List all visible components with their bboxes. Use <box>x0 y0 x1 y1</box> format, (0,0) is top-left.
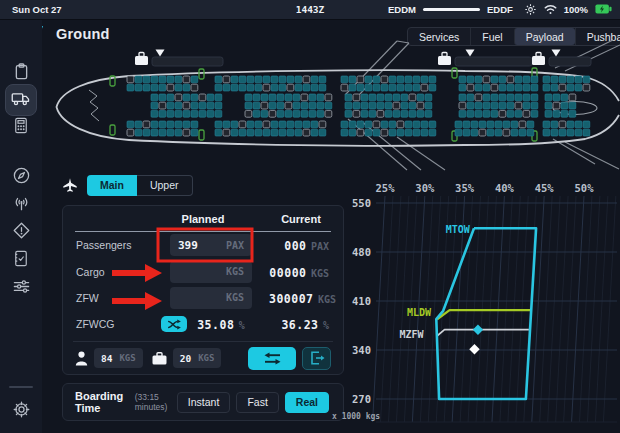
seat-occupied[interactable] <box>183 76 190 83</box>
seat[interactable] <box>459 94 466 101</box>
seat[interactable] <box>459 84 466 91</box>
seat[interactable] <box>357 84 364 91</box>
seat[interactable] <box>183 121 190 128</box>
seat[interactable] <box>361 94 368 101</box>
seat[interactable] <box>467 94 474 101</box>
sidebar-item-settings[interactable] <box>5 395 37 427</box>
seat[interactable] <box>463 129 470 136</box>
seat[interactable] <box>183 94 190 101</box>
seat[interactable] <box>317 110 324 117</box>
seat[interactable] <box>215 76 222 83</box>
seat[interactable] <box>385 110 392 117</box>
seat-occupied[interactable] <box>397 121 404 128</box>
seat[interactable] <box>495 129 502 136</box>
seat[interactable] <box>389 76 396 83</box>
seat[interactable] <box>491 110 498 117</box>
boarding-option-instant[interactable]: Instant <box>177 392 231 413</box>
seat[interactable] <box>191 102 198 109</box>
seat[interactable] <box>239 129 246 136</box>
passengers-planned-input[interactable]: 399 PAX <box>170 234 252 256</box>
seat-occupied[interactable] <box>261 102 268 109</box>
seat[interactable] <box>295 76 302 83</box>
seat[interactable] <box>551 129 558 136</box>
seat-occupied[interactable] <box>377 110 384 117</box>
seat[interactable] <box>231 76 238 83</box>
cargo-indicator[interactable] <box>438 50 532 67</box>
seat[interactable] <box>409 110 416 117</box>
seat[interactable] <box>311 129 318 136</box>
seat-occupied[interactable] <box>223 129 230 136</box>
seat[interactable] <box>365 129 372 136</box>
seat[interactable] <box>511 121 518 128</box>
seat[interactable] <box>455 129 462 136</box>
seat[interactable] <box>381 121 388 128</box>
seat[interactable] <box>349 84 356 91</box>
seat[interactable] <box>373 76 380 83</box>
seat[interactable] <box>471 129 478 136</box>
seat[interactable] <box>135 121 142 128</box>
seat-map[interactable] <box>45 38 620 172</box>
seat-occupied[interactable] <box>479 129 486 136</box>
seat[interactable] <box>191 76 198 83</box>
seat-occupied[interactable] <box>373 121 380 128</box>
seat[interactable] <box>575 121 582 128</box>
seat[interactable] <box>279 84 286 91</box>
seat[interactable] <box>167 121 174 128</box>
seat-occupied[interactable] <box>409 94 416 101</box>
seat[interactable] <box>319 129 326 136</box>
seat[interactable] <box>143 76 150 83</box>
seat[interactable] <box>353 102 360 109</box>
seat-occupied[interactable] <box>223 76 230 83</box>
seat[interactable] <box>425 94 432 101</box>
seat-occupied[interactable] <box>467 84 474 91</box>
seat[interactable] <box>561 102 568 109</box>
seat[interactable] <box>271 84 278 91</box>
seat[interactable] <box>377 94 384 101</box>
seat-occupied[interactable] <box>303 129 310 136</box>
seat[interactable] <box>127 121 134 128</box>
seat[interactable] <box>507 84 514 91</box>
seat[interactable] <box>287 76 294 83</box>
seat[interactable] <box>475 110 482 117</box>
seat-occupied[interactable] <box>583 84 590 91</box>
seat[interactable] <box>523 84 530 91</box>
seat-occupied[interactable] <box>357 76 364 83</box>
seat[interactable] <box>175 129 182 136</box>
seat[interactable] <box>507 102 514 109</box>
seat[interactable] <box>143 129 150 136</box>
seat[interactable] <box>159 84 166 91</box>
seat[interactable] <box>365 84 372 91</box>
seat[interactable] <box>271 121 278 128</box>
seat[interactable] <box>231 121 238 128</box>
seat-occupied[interactable] <box>183 102 190 109</box>
seat[interactable] <box>523 94 530 101</box>
seat[interactable] <box>295 121 302 128</box>
seat[interactable] <box>545 102 552 109</box>
seat[interactable] <box>303 121 310 128</box>
seat[interactable] <box>369 110 376 117</box>
seat[interactable] <box>365 121 372 128</box>
seat[interactable] <box>369 94 376 101</box>
seat[interactable] <box>405 129 412 136</box>
seat[interactable] <box>519 129 526 136</box>
seat[interactable] <box>405 84 412 91</box>
seat[interactable] <box>253 102 260 109</box>
seat[interactable] <box>531 76 538 83</box>
deck-tab-upper[interactable]: Upper <box>137 175 193 196</box>
seat[interactable] <box>295 129 302 136</box>
seat[interactable] <box>277 94 284 101</box>
seat[interactable] <box>175 110 182 117</box>
seat-occupied[interactable] <box>357 129 364 136</box>
seat[interactable] <box>303 84 310 91</box>
seat[interactable] <box>483 84 490 91</box>
seat[interactable] <box>167 102 174 109</box>
deboard-button[interactable] <box>302 347 331 370</box>
seat[interactable] <box>369 102 376 109</box>
seat[interactable] <box>231 129 238 136</box>
seat[interactable] <box>341 121 348 128</box>
seat[interactable] <box>207 110 214 117</box>
seat[interactable] <box>575 76 582 83</box>
seat[interactable] <box>253 94 260 101</box>
seat[interactable] <box>151 129 158 136</box>
seat[interactable] <box>567 76 574 83</box>
